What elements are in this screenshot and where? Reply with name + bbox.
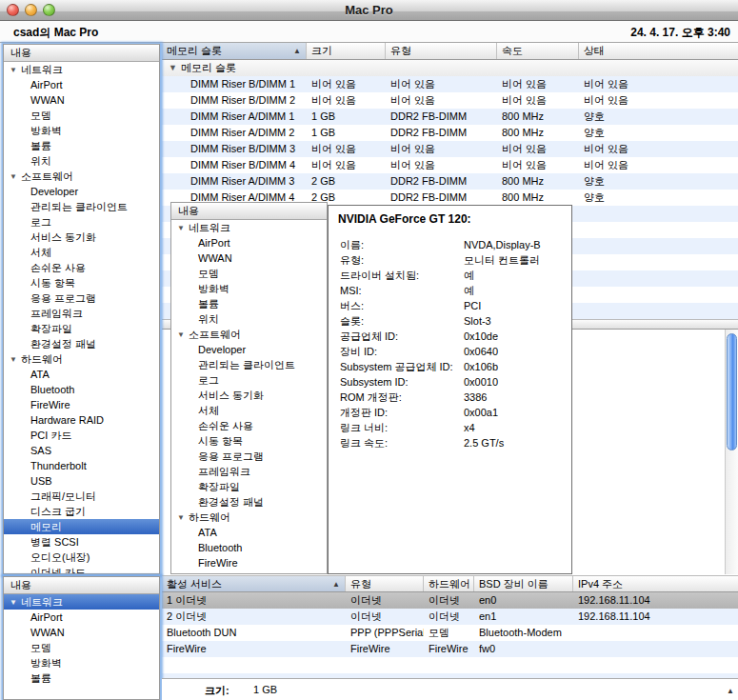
sidebar-item[interactable]: 모뎀 [171, 266, 327, 281]
column-header[interactable]: 유형 [346, 576, 424, 591]
sidebar-item[interactable]: PCI 카드 [4, 428, 159, 443]
sidebar-item[interactable]: WWAN [4, 92, 159, 108]
table-row[interactable]: FireWireFireWireFireWirefw0 [162, 641, 738, 657]
sidebar-item[interactable]: 확장파일 [171, 479, 327, 494]
table-row[interactable]: DIMM Riser B/DIMM 2비어 있음비어 있음비어 있음비어 있음 [162, 92, 738, 109]
sidebar-header[interactable]: 내용 [4, 45, 159, 62]
column-header[interactable]: 상태 [579, 43, 738, 59]
sidebar-item[interactable]: 응용 프로그램 [171, 449, 327, 464]
column-header[interactable]: 크기 [307, 43, 386, 59]
disclosure-triangle-icon[interactable]: ▼ [169, 60, 177, 76]
sidebar-item[interactable]: 손쉬운 사용 [171, 418, 327, 433]
sidebar-item[interactable]: 환경설정 패널 [4, 336, 159, 351]
sidebar-item[interactable]: 모뎀 [4, 640, 159, 655]
sidebar-item[interactable]: 이더넷 카드 [4, 565, 159, 574]
sidebar-item[interactable]: 그래픽/모니터 [4, 489, 159, 504]
sidebar-item[interactable]: ▼소프트웨어 [171, 327, 327, 342]
sidebar-item[interactable]: 프레임워크 [171, 464, 327, 479]
sidebar-item[interactable]: ▼네트워크 [171, 220, 327, 235]
table-group-row[interactable]: ▼메모리 슬롯 [162, 60, 738, 76]
sidebar-item[interactable]: AirPort [171, 235, 327, 250]
scrollbar-thumb[interactable] [727, 333, 737, 450]
disclosure-triangle-icon[interactable]: ▼ [10, 63, 17, 77]
sidebar-item[interactable]: 시동 항목 [4, 275, 159, 290]
disclosure-triangle-icon[interactable]: ▼ [10, 352, 17, 367]
sidebar-item[interactable]: 관리되는 클라이언트 [171, 357, 327, 372]
sidebar-item[interactable]: 방화벽 [171, 281, 327, 296]
sidebar-item[interactable]: FireWire [171, 555, 327, 570]
sidebar-item[interactable]: ATA [4, 367, 159, 382]
sidebar-item[interactable]: 서체 [171, 403, 327, 418]
scroll-up-arrow-icon[interactable]: ▲ [725, 685, 736, 698]
sidebar-item[interactable]: 볼륨 [4, 670, 159, 686]
sidebar-item[interactable]: 프레임워크 [4, 306, 159, 321]
sidebar-item[interactable]: Bluetooth [171, 540, 327, 555]
column-header[interactable]: 유형 [386, 43, 497, 59]
sidebar-item[interactable]: ▼네트워크 [4, 594, 159, 610]
sidebar-item[interactable]: ▼소프트웨어 [4, 169, 159, 184]
column-header[interactable]: 속도 [497, 43, 579, 59]
sidebar-item[interactable]: Hardware RAID [4, 412, 159, 428]
sidebar-item[interactable]: WWAN [4, 625, 159, 640]
sidebar-item[interactable]: 시동 항목 [171, 433, 327, 449]
sidebar-item[interactable]: AirPort [4, 610, 159, 625]
column-header[interactable]: 메모리 슬롯▲ [162, 43, 307, 59]
sidebar-item[interactable]: Developer [4, 184, 159, 199]
sidebar-item[interactable]: 로그 [171, 372, 327, 388]
sidebar-item[interactable]: 확장파일 [4, 321, 159, 336]
sidebar-item[interactable]: 병렬 SCSI [4, 534, 159, 550]
sidebar-item[interactable]: 환경설정 패널 [171, 494, 327, 510]
sidebar-item[interactable]: 서비스 동기화 [4, 230, 159, 245]
window-titlebar[interactable]: Mac Pro [0, 0, 738, 21]
table-row[interactable]: 2 이더넷이더넷이더넷en1192.168.11.104 [162, 609, 738, 625]
table-row[interactable]: DIMM Riser B/DIMM 1비어 있음비어 있음비어 있음비어 있음 [162, 76, 738, 92]
sidebar-item[interactable]: WWAN [171, 250, 327, 266]
sidebar-item[interactable]: 모뎀 [4, 108, 159, 123]
sidebar-header[interactable]: 내용 [171, 203, 327, 220]
sidebar-item[interactable]: AirPort [4, 77, 159, 92]
table-row[interactable]: DIMM Riser A/DIMM 32 GBDDR2 FB-DIMM800 M… [162, 173, 738, 190]
sidebar-item[interactable]: 방화벽 [4, 655, 159, 670]
sidebar-item[interactable]: ▼네트워크 [4, 62, 159, 77]
column-header[interactable]: IPv4 주소 [573, 576, 738, 591]
table-row[interactable]: DIMM Riser A/DIMM 21 GBDDR2 FB-DIMM800 M… [162, 125, 738, 141]
sidebar-item[interactable]: ATA [171, 525, 327, 540]
sidebar-item[interactable]: SAS [4, 443, 159, 458]
vertical-scrollbar[interactable] [725, 330, 738, 574]
sidebar-header[interactable]: 내용 [4, 577, 159, 594]
table-row[interactable]: DIMM Riser B/DIMM 4비어 있음비어 있음비어 있음비어 있음 [162, 157, 738, 173]
sidebar-item[interactable]: 위치 [4, 153, 159, 169]
sidebar-item[interactable]: 관리되는 클라이언트 [4, 199, 159, 214]
sidebar-item[interactable]: 디스크 굽기 [4, 504, 159, 519]
table-row[interactable]: DIMM Riser B/DIMM 3비어 있음비어 있음비어 있음비어 있음 [162, 141, 738, 157]
sidebar-item[interactable]: FireWire [4, 397, 159, 412]
sidebar-item[interactable]: 응용 프로그램 [4, 290, 159, 306]
sidebar-item[interactable]: 서비스 동기화 [171, 388, 327, 403]
table-row[interactable]: DIMM Riser A/DIMM 11 GBDDR2 FB-DIMM800 M… [162, 109, 738, 125]
disclosure-triangle-icon[interactable]: ▼ [10, 595, 17, 610]
disclosure-triangle-icon[interactable]: ▼ [177, 510, 185, 525]
sidebar-item[interactable]: 방화벽 [4, 123, 159, 138]
sidebar-item[interactable]: ▼하드웨어 [171, 510, 327, 525]
disclosure-triangle-icon[interactable]: ▼ [177, 221, 185, 235]
sidebar-item[interactable]: Bluetooth [4, 382, 159, 397]
table-row[interactable]: 1 이더넷이더넷이더넷en0192.168.11.104 [162, 592, 738, 609]
sidebar-item[interactable]: 볼륨 [4, 138, 159, 153]
sidebar-item[interactable]: 손쉬운 사용 [4, 260, 159, 275]
sidebar-item[interactable]: Developer [171, 342, 327, 357]
column-header[interactable]: 활성 서비스▲ [162, 576, 346, 591]
sidebar-item[interactable]: 메모리 [4, 519, 159, 534]
sidebar-item[interactable]: 볼륨 [171, 296, 327, 311]
table-row[interactable]: Bluetooth DUNPPP (PPPSerial)모뎀Bluetooth-… [162, 625, 738, 641]
sidebar-item[interactable]: 위치 [171, 311, 327, 327]
disclosure-triangle-icon[interactable]: ▼ [10, 170, 17, 184]
sidebar-item[interactable]: 서체 [4, 245, 159, 260]
column-header[interactable]: 하드웨어 [424, 576, 474, 591]
sidebar-item[interactable]: Thunderbolt [4, 458, 159, 473]
disclosure-triangle-icon[interactable]: ▼ [177, 328, 185, 342]
column-header[interactable]: BSD 장비 이름 [474, 576, 573, 591]
sidebar-item[interactable]: 오디오(내장) [4, 550, 159, 565]
sidebar-item[interactable]: USB [4, 473, 159, 489]
sidebar-item[interactable]: 로그 [4, 214, 159, 230]
table-row[interactable] [162, 657, 738, 673]
